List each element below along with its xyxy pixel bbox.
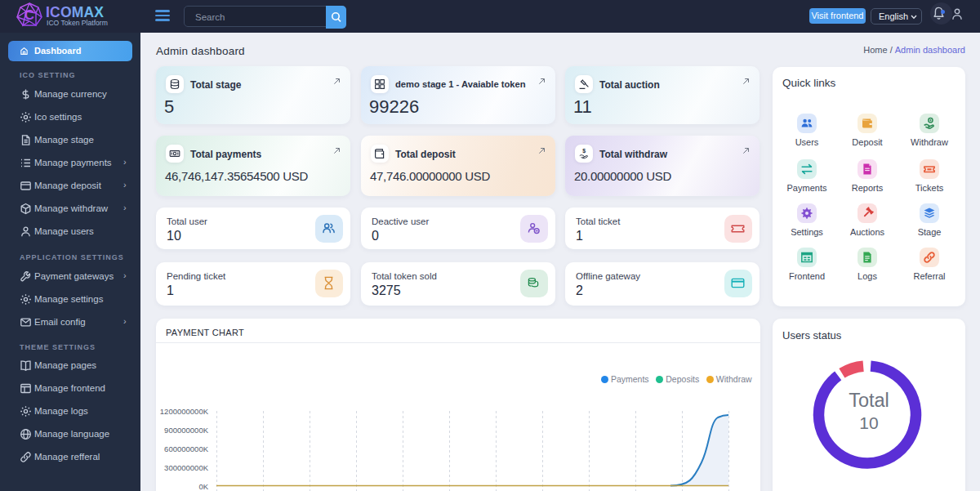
svg-text:$: $	[582, 148, 586, 154]
svg-text:ICOMAX: ICOMAX	[46, 4, 104, 20]
svg-text:ICO Token Platform: ICO Token Platform	[47, 19, 108, 27]
svg-text:C: C	[24, 7, 34, 23]
